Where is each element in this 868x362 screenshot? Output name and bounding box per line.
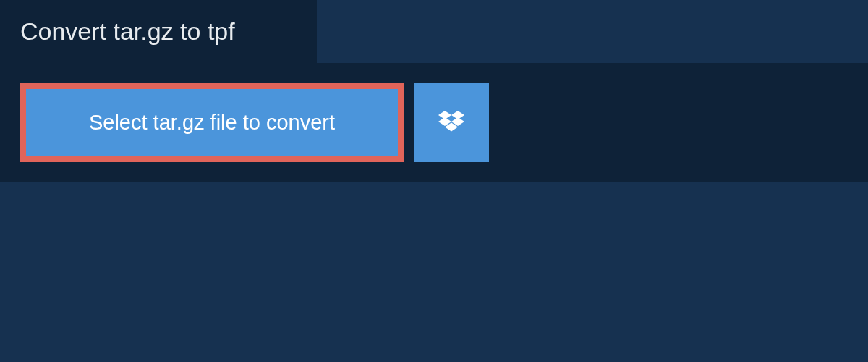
select-file-button[interactable]: Select tar.gz file to convert xyxy=(20,83,404,162)
select-file-label: Select tar.gz file to convert xyxy=(89,111,335,135)
title-text: Convert tar.gz to tpf xyxy=(20,17,235,45)
page-title: Convert tar.gz to tpf xyxy=(0,0,317,63)
upload-panel: Select tar.gz file to convert xyxy=(0,63,868,182)
dropbox-button[interactable] xyxy=(414,83,489,162)
dropbox-icon xyxy=(438,109,464,137)
